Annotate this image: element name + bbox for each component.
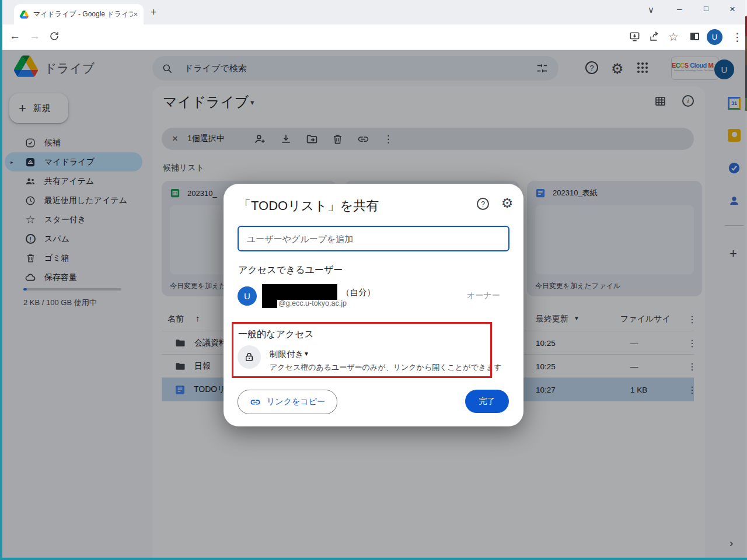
split-screen-icon[interactable] [690, 33, 699, 40]
browser-tab[interactable]: マイドライブ - Google ドライブ × [14, 4, 144, 24]
browser-toolbar: ← → drive.google.com/drive/my-drive ☆ U … [0, 24, 747, 50]
tab-strip: マイドライブ - Google ドライブ × + ∨ – □ × [0, 0, 747, 24]
redacted-name [262, 284, 337, 300]
dialog-settings-icon[interactable]: ⚙ [500, 196, 514, 210]
dialog-help-icon[interactable]: ? [477, 198, 489, 210]
frame-edge-left [0, 0, 2, 560]
bookmark-star-icon[interactable]: ☆ [668, 30, 679, 44]
people-with-access-heading: アクセスできるユーザー [238, 264, 343, 276]
owner-avatar: U [238, 286, 257, 306]
back-icon[interactable]: ← [9, 30, 20, 43]
redacted-email-user [262, 300, 277, 308]
owner-role-label: オーナー [467, 290, 500, 301]
screen: マイドライブ - Google ドライブ × + ∨ – □ × ← → dri… [0, 0, 747, 560]
share-icon[interactable] [649, 31, 660, 42]
window-maximize-icon[interactable]: □ [704, 4, 708, 13]
done-button[interactable]: 完了 [465, 390, 509, 413]
link-icon [250, 397, 261, 408]
add-people-input[interactable] [238, 226, 509, 251]
copy-link-button[interactable]: リンクをコピー [238, 390, 337, 414]
reload-icon[interactable] [49, 31, 60, 41]
owner-self-label: （自分） [341, 287, 375, 298]
drive-favicon [20, 10, 29, 19]
new-tab-button[interactable]: + [151, 6, 157, 19]
owner-email-domain: @g.ecc.u-tokyo.ac.jp [278, 299, 347, 307]
highlight-rectangle [232, 322, 492, 378]
install-icon[interactable] [629, 31, 640, 42]
tab-title: マイドライブ - Google ドライブ [33, 9, 133, 19]
share-dialog: 「TODOリスト」を共有 ? ⚙ アクセスできるユーザー U （自分） @g.e… [224, 184, 523, 426]
window-close-icon[interactable]: × [729, 4, 735, 15]
dialog-title: 「TODOリスト」を共有 [238, 197, 379, 215]
browser-avatar[interactable]: U [707, 29, 722, 45]
forward-icon: → [29, 30, 40, 43]
frame-edge-bottom [0, 558, 747, 560]
owner-row[interactable]: U （自分） @g.ecc.u-tokyo.ac.jp オーナー [238, 284, 509, 312]
browser-menu-icon[interactable]: ⋮ [732, 30, 743, 44]
tab-close-icon[interactable]: × [133, 10, 138, 19]
window-minimize-icon[interactable]: – [677, 4, 682, 13]
tab-search-icon[interactable]: ∨ [648, 5, 654, 15]
